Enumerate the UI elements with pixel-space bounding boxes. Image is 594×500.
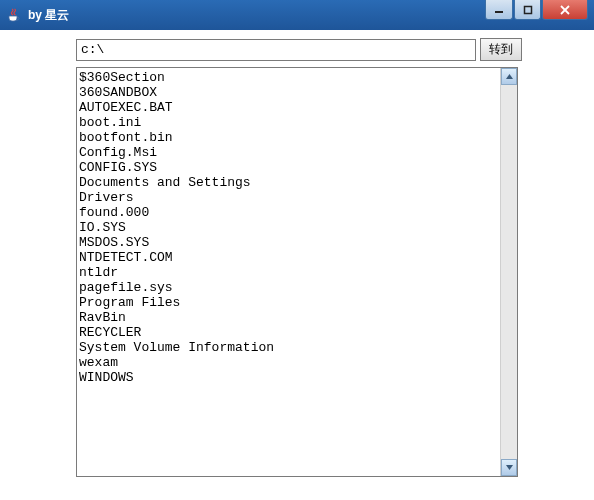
scroll-up-button[interactable]: [501, 68, 517, 85]
window-controls: [484, 0, 594, 20]
window-title: by 星云: [28, 7, 484, 24]
list-item[interactable]: MSDOS.SYS: [79, 235, 498, 250]
list-item[interactable]: Documents and Settings: [79, 175, 498, 190]
file-list[interactable]: $360Section360SANDBOXAUTOEXEC.BATboot.in…: [77, 68, 500, 476]
path-row: 转到: [76, 38, 590, 61]
list-item[interactable]: WINDOWS: [79, 370, 498, 385]
list-item[interactable]: found.000: [79, 205, 498, 220]
minimize-button[interactable]: [485, 0, 513, 20]
list-item[interactable]: Drivers: [79, 190, 498, 205]
client-area: 转到 $360Section360SANDBOXAUTOEXEC.BATboot…: [0, 30, 594, 485]
list-item[interactable]: pagefile.sys: [79, 280, 498, 295]
list-item[interactable]: RECYCLER: [79, 325, 498, 340]
app-window: by 星云 转到 $360Section360SANDBOXAUTOEXEC.B…: [0, 0, 594, 500]
list-item[interactable]: CONFIG.SYS: [79, 160, 498, 175]
list-item[interactable]: boot.ini: [79, 115, 498, 130]
list-item[interactable]: RavBin: [79, 310, 498, 325]
list-item[interactable]: bootfont.bin: [79, 130, 498, 145]
list-container: $360Section360SANDBOXAUTOEXEC.BATboot.in…: [76, 67, 518, 477]
vertical-scrollbar[interactable]: [500, 68, 517, 476]
go-button[interactable]: 转到: [480, 38, 522, 61]
list-item[interactable]: wexam: [79, 355, 498, 370]
list-item[interactable]: 360SANDBOX: [79, 85, 498, 100]
path-input[interactable]: [76, 39, 476, 61]
list-item[interactable]: IO.SYS: [79, 220, 498, 235]
list-item[interactable]: Program Files: [79, 295, 498, 310]
close-button[interactable]: [542, 0, 588, 20]
titlebar[interactable]: by 星云: [0, 0, 594, 30]
list-item[interactable]: NTDETECT.COM: [79, 250, 498, 265]
list-item[interactable]: AUTOEXEC.BAT: [79, 100, 498, 115]
list-item[interactable]: Config.Msi: [79, 145, 498, 160]
svg-rect-1: [524, 6, 531, 13]
list-item[interactable]: System Volume Information: [79, 340, 498, 355]
svg-marker-5: [506, 465, 513, 470]
maximize-button[interactable]: [514, 0, 541, 20]
list-item[interactable]: ntldr: [79, 265, 498, 280]
list-item[interactable]: $360Section: [79, 70, 498, 85]
java-cup-icon: [6, 7, 22, 23]
svg-marker-4: [506, 74, 513, 79]
scroll-down-button[interactable]: [501, 459, 517, 476]
